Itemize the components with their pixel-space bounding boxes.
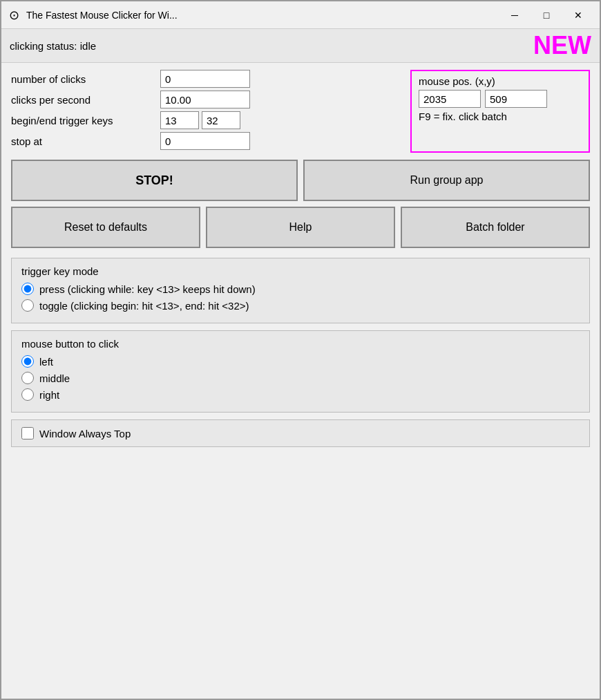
main-content: number of clicks clicks per second begin… (1, 63, 600, 699)
middle-button-label[interactable]: middle (39, 372, 70, 384)
new-badge: NEW (533, 33, 591, 58)
titlebar: ⊙ The Fastest Mouse Clicker for Wi... ─ … (1, 1, 600, 29)
trigger-keys-label: begin/end trigger keys (11, 115, 156, 126)
left-button-row: left (21, 355, 580, 368)
right-button-radio[interactable] (21, 388, 34, 401)
left-button-label[interactable]: left (39, 356, 53, 368)
press-mode-label[interactable]: press (clicking while: key <13> keeps hi… (39, 283, 256, 295)
mouse-pos-box: mouse pos. (x,y) F9 = fix. click batch (410, 70, 590, 153)
middle-button-radio[interactable] (21, 372, 34, 384)
trigger-keys-pair (160, 111, 240, 129)
stop-at-row: stop at (11, 132, 403, 150)
mouse-y-input[interactable] (485, 90, 547, 108)
main-window: ⊙ The Fastest Mouse Clicker for Wi... ─ … (0, 0, 601, 700)
num-clicks-label: number of clicks (11, 73, 156, 85)
toggle-mode-label[interactable]: toggle (clicking begin: hit <13>, end: h… (39, 300, 249, 312)
status-text: clicking status: idle (10, 40, 96, 52)
titlebar-buttons: ─ □ ✕ (499, 4, 594, 26)
fields-area: number of clicks clicks per second begin… (11, 70, 590, 153)
mouse-x-input[interactable] (419, 90, 481, 108)
trigger-keys-row: begin/end trigger keys (11, 111, 403, 129)
clicks-per-sec-label: clicks per second (11, 94, 156, 106)
stop-button[interactable]: STOP! (11, 160, 298, 201)
middle-button-row: middle (21, 372, 580, 384)
btn-row-1: STOP! Run group app (11, 160, 590, 201)
toggle-mode-row: toggle (clicking begin: hit <13>, end: h… (21, 299, 580, 312)
status-bar: clicking status: idle NEW (1, 29, 600, 63)
trigger-key1-input[interactable] (160, 111, 199, 129)
fields-left: number of clicks clicks per second begin… (11, 70, 403, 153)
trigger-key-mode-title: trigger key mode (21, 265, 580, 277)
batch-folder-button[interactable]: Batch folder (401, 207, 590, 248)
stop-at-label: stop at (11, 135, 156, 147)
press-mode-radio[interactable] (21, 283, 34, 295)
close-button[interactable]: ✕ (562, 4, 594, 26)
right-button-label[interactable]: right (39, 389, 59, 401)
window-always-top-row: Window Always Top (11, 419, 590, 447)
window-always-top-label[interactable]: Window Always Top (39, 428, 131, 439)
mouse-pos-label: mouse pos. (x,y) (419, 75, 582, 87)
run-group-button[interactable]: Run group app (303, 160, 590, 201)
toggle-mode-radio[interactable] (21, 299, 34, 312)
clicks-per-sec-input[interactable] (160, 91, 250, 108)
minimize-button[interactable]: ─ (499, 4, 531, 26)
press-mode-row: press (clicking while: key <13> keeps hi… (21, 283, 580, 295)
num-clicks-input[interactable] (160, 70, 250, 88)
num-clicks-row: number of clicks (11, 70, 403, 88)
mouse-pos-values (419, 90, 582, 108)
mouse-pos-hint: F9 = fix. click batch (419, 111, 582, 122)
app-icon: ⊙ (7, 8, 21, 22)
left-button-radio[interactable] (21, 355, 34, 368)
right-button-row: right (21, 388, 580, 401)
help-button[interactable]: Help (206, 207, 395, 248)
window-always-top-checkbox[interactable] (21, 427, 34, 439)
trigger-key-mode-section: trigger key mode press (clicking while: … (11, 258, 590, 323)
clicks-per-sec-row: clicks per second (11, 91, 403, 108)
reset-defaults-button[interactable]: Reset to defaults (11, 207, 200, 248)
window-title: The Fastest Mouse Clicker for Wi... (26, 10, 499, 21)
maximize-button[interactable]: □ (531, 4, 562, 26)
mouse-button-section: mouse button to click left middle right (11, 330, 590, 413)
stop-at-input[interactable] (160, 132, 250, 150)
btn-row-2: Reset to defaults Help Batch folder (11, 207, 590, 248)
trigger-key2-input[interactable] (202, 111, 240, 129)
mouse-button-title: mouse button to click (21, 338, 580, 350)
